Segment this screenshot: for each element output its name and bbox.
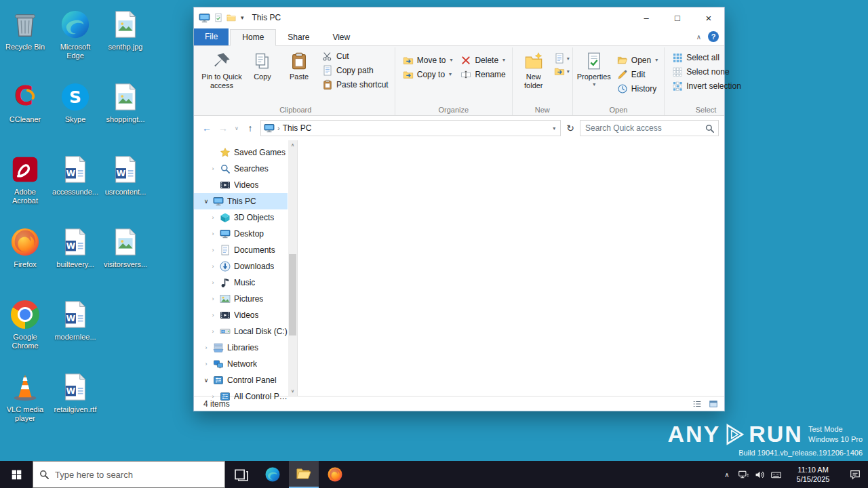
scroll-up-icon[interactable]: ∧ [288, 140, 297, 150]
scrollbar-thumb[interactable] [289, 254, 296, 336]
action-center-button[interactable] [842, 461, 868, 488]
desktop-icon-senthp-jpg[interactable]: senthp.jpg [100, 4, 151, 77]
expander-icon[interactable]: › [210, 312, 216, 319]
expander-icon[interactable]: › [210, 279, 216, 286]
nav-item-libraries[interactable]: › Libraries [194, 340, 288, 356]
taskbar-clock[interactable]: 11:10 AM 5/15/2025 [788, 465, 838, 485]
expander-icon[interactable]: › [210, 263, 216, 270]
rename-button[interactable]: Rename [457, 67, 509, 81]
nav-item-network[interactable]: › Network [194, 356, 288, 372]
tab-share[interactable]: Share [276, 30, 321, 45]
edit-button[interactable]: Edit [614, 67, 661, 81]
cut-button[interactable]: Cut [319, 49, 392, 63]
desktop-icon-ccleaner[interactable]: CCleaner [0, 77, 50, 149]
move-to-button[interactable]: Move to▾ [399, 53, 456, 67]
open-button[interactable]: Open▾ [614, 53, 661, 67]
invert-selection-button[interactable]: Invert selection [669, 79, 745, 93]
expander-icon[interactable]: › [210, 393, 216, 400]
taskbar-edge-button[interactable] [258, 461, 288, 488]
new-folder-quick-icon[interactable] [226, 13, 236, 22]
copy-button[interactable]: Copy [244, 49, 281, 81]
back-button[interactable]: ← [201, 123, 213, 134]
maximize-button[interactable]: □ [662, 7, 693, 28]
expander-icon[interactable]: › [210, 328, 216, 335]
nav-item-downloads[interactable]: › Downloads [194, 258, 288, 274]
pin-to-quick-access-button[interactable]: Pin to Quick access [199, 49, 244, 89]
nav-item-documents[interactable]: › Documents [194, 242, 288, 258]
keyboard-tray-icon[interactable] [768, 461, 784, 488]
file-list-area[interactable] [298, 140, 724, 396]
thumbnail-view-button[interactable] [707, 398, 720, 410]
easy-access-button[interactable]: ▾ [554, 66, 570, 77]
expander-icon[interactable]: › [210, 247, 216, 253]
address-bar[interactable]: › This PC ▾ [260, 120, 561, 136]
recent-locations-icon[interactable]: ∨ [233, 125, 240, 131]
tab-view[interactable]: View [321, 30, 361, 45]
address-dropdown-icon[interactable]: ▾ [551, 125, 557, 131]
task-view-button[interactable] [226, 461, 256, 488]
expander-icon[interactable]: ∨ [203, 377, 210, 384]
tab-home[interactable]: Home [230, 29, 276, 46]
desktop-icon-vlc[interactable]: VLC media player [0, 367, 50, 439]
nav-item-3d-objects[interactable]: › 3D Objects [194, 209, 288, 226]
properties-quick-icon[interactable] [214, 13, 223, 22]
refresh-button[interactable]: ↻ [565, 123, 576, 134]
taskbar-search-box[interactable] [33, 461, 225, 488]
customize-toolbar-icon[interactable]: ▾ [241, 14, 244, 21]
nav-item-searches[interactable]: › Searches [194, 161, 288, 177]
desktop-icon-builtevery[interactable]: builtevery... [50, 222, 100, 294]
desktop-icon-microsoft-edge[interactable]: Microsoft Edge [50, 4, 100, 77]
details-view-button[interactable] [690, 398, 704, 410]
properties-button[interactable]: Properties ▾ [576, 49, 612, 87]
explorer-search-box[interactable] [580, 120, 719, 136]
show-hidden-icons-button[interactable]: ∧ [719, 461, 735, 488]
copy-to-button[interactable]: Copy to▾ [399, 67, 456, 81]
start-button[interactable] [0, 461, 33, 488]
taskbar-search-input[interactable] [55, 470, 219, 480]
desktop-icon-skype[interactable]: Skype [50, 77, 100, 149]
nav-item-control-panel[interactable]: ∨ Control Panel [194, 372, 288, 388]
nav-item-saved-games[interactable]: Saved Games [194, 144, 288, 161]
new-item-button[interactable]: ▾ [554, 53, 570, 64]
volume-tray-icon[interactable] [751, 461, 768, 488]
collapse-ribbon-icon[interactable]: ∧ [696, 33, 701, 41]
nav-scrollbar[interactable]: ∧ ∨ [288, 140, 297, 396]
nav-item-videos[interactable]: › Videos [194, 307, 288, 323]
history-button[interactable]: History [614, 81, 661, 96]
taskbar-firefox-button[interactable] [320, 461, 350, 488]
minimize-button[interactable]: – [631, 7, 662, 28]
nav-item-videos-user[interactable]: Videos [194, 177, 288, 193]
paste-button[interactable]: Paste [281, 49, 317, 81]
copy-path-button[interactable]: Copy path [319, 63, 392, 77]
select-all-button[interactable]: Select all [669, 50, 745, 64]
up-button[interactable]: ↑ [244, 123, 256, 134]
help-icon[interactable]: ? [708, 31, 719, 42]
nav-item-pictures[interactable]: › Pictures [194, 291, 288, 307]
scroll-down-icon[interactable]: ∨ [288, 386, 297, 396]
desktop-icon-recycle-bin[interactable]: Recycle Bin [0, 4, 50, 77]
new-folder-button[interactable]: New folder [515, 49, 552, 89]
desktop-icon-adobe-acrobat[interactable]: Adobe Acrobat [0, 149, 50, 222]
expander-icon[interactable]: ∨ [203, 198, 210, 205]
paste-shortcut-button[interactable]: Paste shortcut [319, 77, 392, 92]
desktop-icon-visitorsvers[interactable]: visitorsvers... [100, 222, 151, 294]
desktop-icon-shopping[interactable]: shoppingt... [100, 77, 151, 149]
nav-item-music[interactable]: › Music [194, 274, 288, 291]
expander-icon[interactable]: › [210, 165, 216, 172]
tab-file[interactable]: File [194, 28, 229, 45]
forward-button[interactable]: → [217, 123, 229, 134]
desktop-icon-google-chrome[interactable]: Google Chrome [0, 294, 50, 367]
delete-button[interactable]: Delete▾ [457, 53, 509, 67]
titlebar[interactable]: ▾ This PC – □ × [194, 7, 724, 28]
network-tray-icon[interactable] [735, 461, 751, 488]
breadcrumb-segment[interactable]: This PC [283, 123, 312, 133]
expander-icon[interactable]: › [203, 361, 210, 367]
taskbar-explorer-button[interactable] [289, 461, 319, 488]
expander-icon[interactable]: › [203, 344, 210, 351]
desktop-icon-accessunde[interactable]: accessunde... [50, 149, 100, 222]
nav-item-local-disk-c[interactable]: › Local Disk (C:) [194, 323, 288, 340]
expander-icon[interactable]: › [210, 296, 216, 302]
desktop-icon-modernlee[interactable]: modernlee... [50, 294, 100, 367]
nav-item-all-control-panel-items[interactable]: › All Control Par... [194, 388, 288, 405]
close-button[interactable]: × [693, 7, 724, 28]
